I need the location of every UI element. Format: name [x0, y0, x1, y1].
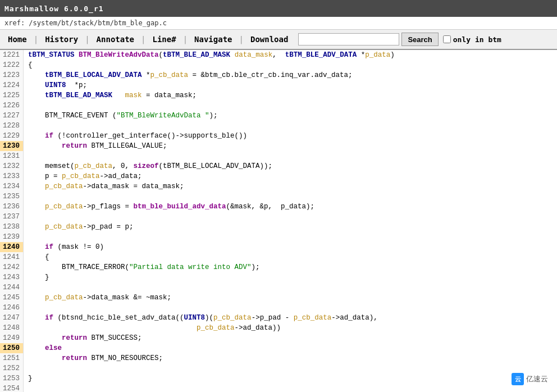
- table-row: 1226: [0, 101, 557, 111]
- line-number[interactable]: 1241: [0, 252, 24, 262]
- line-number[interactable]: 1242: [0, 262, 24, 272]
- line-number[interactable]: 1251: [0, 353, 24, 363]
- table-row: 1238 p_cb_data->p_pad = p;: [0, 222, 557, 232]
- table-row: 1243 }: [0, 272, 557, 282]
- code-content: UINT8 *p;: [24, 80, 87, 90]
- code-content: return BTM_SUCCESS;: [24, 333, 142, 343]
- code-content: if (mask != 0): [24, 242, 104, 252]
- line-number[interactable]: 1223: [0, 70, 24, 80]
- nav-navigate[interactable]: Navigate: [189, 31, 238, 47]
- code-content: tBTM_BLE_LOCAL_ADV_DATA *p_cb_data = &bt…: [24, 70, 353, 80]
- nav-line[interactable]: Line#: [147, 31, 181, 47]
- search-button[interactable]: Search: [401, 33, 438, 46]
- top-banner: Marshmallow 6.0.0_r1: [0, 0, 557, 17]
- line-number[interactable]: 1230: [0, 141, 24, 151]
- line-number[interactable]: 1248: [0, 323, 24, 333]
- table-row: 1233 p = p_cb_data->ad_data;: [0, 171, 557, 181]
- line-number[interactable]: 1234: [0, 181, 24, 192]
- line-number[interactable]: 1222: [0, 60, 24, 70]
- line-number[interactable]: 1221: [0, 50, 24, 60]
- line-number[interactable]: 1225: [0, 90, 24, 101]
- only-in-btm-label: only in btm: [453, 35, 501, 44]
- nav-home[interactable]: Home: [2, 31, 33, 47]
- code-content: p_cb_data->ad_data)): [24, 323, 281, 333]
- only-in-btm-checkbox[interactable]: [443, 35, 451, 43]
- line-number[interactable]: 1224: [0, 80, 24, 90]
- table-row: 1247 if (btsnd_hcic_ble_set_adv_data((UI…: [0, 313, 557, 323]
- table-row: 1240 if (mask != 0): [0, 242, 557, 252]
- line-number[interactable]: 1246: [0, 303, 24, 313]
- line-number[interactable]: 1232: [0, 161, 24, 171]
- line-number[interactable]: 1252: [0, 363, 24, 373]
- code-content: return BTM_ILLEGAL_VALUE;: [24, 141, 167, 151]
- line-number[interactable]: 1231: [0, 151, 24, 161]
- line-number[interactable]: 1236: [0, 202, 24, 212]
- code-content: p_cb_data->p_flags = btm_ble_build_adv_d…: [24, 202, 314, 212]
- table-row: 1241 {: [0, 252, 557, 262]
- table-row: 1223 tBTM_BLE_LOCAL_ADV_DATA *p_cb_data …: [0, 70, 557, 80]
- line-number[interactable]: 1227: [0, 111, 24, 121]
- table-row: 1252: [0, 363, 557, 373]
- code-content: tBTM_STATUS BTM_BleWriteAdvData(tBTM_BLE…: [24, 50, 395, 60]
- nav-download[interactable]: Download: [245, 31, 294, 47]
- table-row: 1236 p_cb_data->p_flags = btm_ble_build_…: [0, 202, 557, 212]
- code-content: {: [24, 252, 49, 262]
- table-row: 1249 return BTM_SUCCESS;: [0, 333, 557, 343]
- code-content: p_cb_data->data_mask = data_mask;: [24, 181, 184, 192]
- only-in-btm-container: only in btm: [443, 35, 501, 44]
- line-number[interactable]: 1237: [0, 212, 24, 222]
- line-number[interactable]: 1235: [0, 192, 24, 202]
- nav-annotate[interactable]: Annotate: [91, 31, 140, 47]
- table-row: 1227 BTM_TRACE_EVENT ("BTM_BleWriteAdvDa…: [0, 111, 557, 121]
- table-row: 1254: [0, 384, 557, 392]
- line-number[interactable]: 1228: [0, 121, 24, 131]
- line-number[interactable]: 1233: [0, 171, 24, 181]
- table-row: 1253 }: [0, 373, 557, 384]
- code-content: return BTM_NO_RESOURCES;: [24, 353, 163, 363]
- line-number[interactable]: 1238: [0, 222, 24, 232]
- line-number[interactable]: 1245: [0, 293, 24, 303]
- line-number[interactable]: 1243: [0, 272, 24, 282]
- code-content: memset(p_cb_data, 0, sizeof(tBTM_BLE_LOC…: [24, 161, 272, 171]
- code-content: }: [24, 272, 49, 282]
- line-number[interactable]: 1247: [0, 313, 24, 323]
- line-number[interactable]: 1239: [0, 232, 24, 242]
- table-row: 1228: [0, 121, 557, 131]
- table-row: 1224 UINT8 *p;: [0, 80, 557, 90]
- nav-history[interactable]: History: [39, 31, 84, 47]
- xref-bar: xref: /system/bt/stack/btm/btm_ble_gap.c: [0, 17, 557, 30]
- table-row: 1248 p_cb_data->ad_data)): [0, 323, 557, 333]
- line-number[interactable]: 1229: [0, 131, 24, 141]
- line-number[interactable]: 1240: [0, 242, 24, 252]
- nav-sep-1: |: [33, 35, 39, 44]
- table-row: 1221 tBTM_STATUS BTM_BleWriteAdvData(tBT…: [0, 50, 557, 60]
- code-content: p_cb_data->p_pad = p;: [24, 222, 134, 232]
- table-row: 1237: [0, 212, 557, 222]
- xref-text: xref: /system/bt/stack/btm/btm_ble_gap.c: [4, 19, 167, 27]
- table-row: 1234 p_cb_data->data_mask = data_mask;: [0, 181, 557, 192]
- table-row: 1245 p_cb_data->data_mask &= ~mask;: [0, 293, 557, 303]
- nav-sep-5: |: [238, 35, 245, 44]
- line-number[interactable]: 1254: [0, 384, 24, 392]
- code-content: }: [24, 373, 33, 384]
- code-content: p_cb_data->data_mask &= ~mask;: [24, 293, 171, 303]
- table-row: 1251 return BTM_NO_RESOURCES;: [0, 353, 557, 363]
- code-content: BTM_TRACE_ERROR("Partial data write into…: [24, 262, 260, 272]
- table-row: 1242 BTM_TRACE_ERROR("Partial data write…: [0, 262, 557, 272]
- line-number[interactable]: 1249: [0, 333, 24, 343]
- code-content: BTM_TRACE_EVENT ("BTM_BleWriteAdvData ")…: [24, 111, 218, 121]
- nav-sep-4: |: [182, 35, 189, 44]
- table-row: 1230 return BTM_ILLEGAL_VALUE;: [0, 141, 557, 151]
- code-content: tBTM_BLE_AD_MASK mask = data_mask;: [24, 90, 197, 101]
- line-number[interactable]: 1250: [0, 343, 24, 353]
- watermark-logo: 云: [512, 373, 524, 385]
- search-input[interactable]: [298, 33, 399, 45]
- table-row: 1239: [0, 232, 557, 242]
- line-number[interactable]: 1226: [0, 101, 24, 111]
- line-number[interactable]: 1244: [0, 282, 24, 293]
- line-number[interactable]: 1253: [0, 373, 24, 384]
- table-row: 1231: [0, 151, 557, 161]
- code-area: 1221 tBTM_STATUS BTM_BleWriteAdvData(tBT…: [0, 50, 557, 392]
- table-row: 1250 else: [0, 343, 557, 353]
- table-row: 1232 memset(p_cb_data, 0, sizeof(tBTM_BL…: [0, 161, 557, 171]
